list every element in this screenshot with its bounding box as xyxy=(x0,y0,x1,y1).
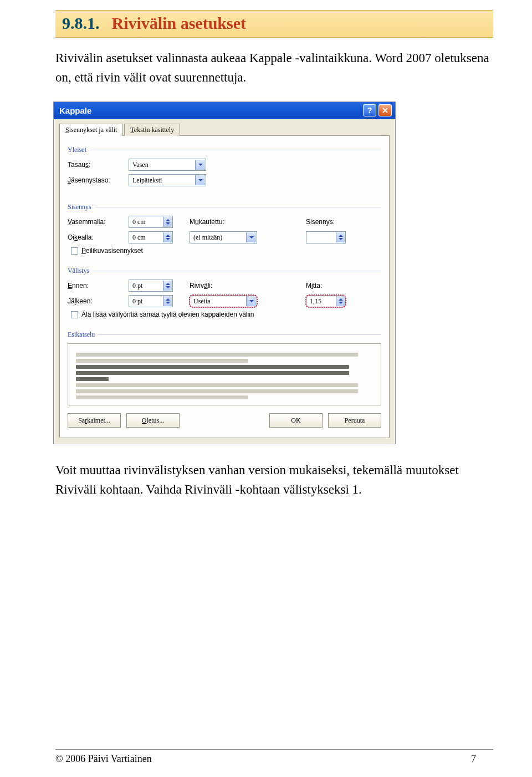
label-sisennys: Sisennys: xyxy=(306,218,378,226)
tab-panel: Yleiset Tasaus: Vasen Jäsennystaso: Leip… xyxy=(59,135,390,438)
checkbox-ala-lisaa[interactable] xyxy=(71,311,78,318)
combo-mukautettu[interactable]: (ei mitään) xyxy=(190,231,257,243)
group-spacing: Välistys xyxy=(68,267,381,275)
label-oikealla: Oikealla: xyxy=(68,233,123,241)
tab-indents-spacing[interactable]: Sisennykset ja välit xyxy=(59,124,123,136)
section-heading: 9.8.1. Rivivälin asetukset xyxy=(55,10,493,38)
spinner-ennen[interactable]: 0 pt xyxy=(129,280,173,292)
chevron-down-icon xyxy=(246,296,256,306)
label-mukautettu: Mukautettu: xyxy=(190,218,306,226)
dialog-titlebar[interactable]: Kappale ? xyxy=(54,102,395,119)
combo-rivivali[interactable]: Useita xyxy=(190,295,257,307)
chevron-down-icon xyxy=(195,175,205,185)
button-oletus[interactable]: Oletus... xyxy=(126,413,180,428)
footer-copyright: © 2006 Päivi Vartiainen xyxy=(55,753,360,765)
label-ala-lisaa: Älä lisää välilyöntiä samaa tyyliä olevi… xyxy=(81,311,254,318)
spinner-oikealla[interactable]: 0 cm xyxy=(129,231,173,243)
label-rivivali: Riviväli: xyxy=(190,282,306,290)
group-preview: Esikatselu xyxy=(68,331,381,339)
group-indent: Sisennys xyxy=(68,203,381,211)
section-number: 9.8.1. xyxy=(62,14,100,32)
page-footer: © 2006 Päivi Vartiainen 7 xyxy=(55,749,493,765)
label-peilikuva: Peilikuvasisennykset xyxy=(81,247,143,255)
button-peruuta[interactable]: Peruuta xyxy=(328,413,381,428)
label-jasennys: Jäsennystaso: xyxy=(68,176,123,184)
help-button[interactable]: ? xyxy=(363,104,376,116)
group-general: Yleiset xyxy=(68,146,381,154)
footer-page-number: 7 xyxy=(471,753,493,765)
combo-tasaus[interactable]: Vasen xyxy=(129,159,206,171)
spinner-jalkeen[interactable]: 0 pt xyxy=(129,295,173,307)
outro-paragraph: Voit muuttaa rivinvälistyksen vanhan ver… xyxy=(55,461,493,499)
close-icon xyxy=(382,108,388,113)
label-tasaus: Tasaus: xyxy=(68,161,123,169)
paragraph-dialog: Kappale ? Sisennykset ja välit Tekstin k… xyxy=(53,101,396,444)
label-ennen: Ennen: xyxy=(68,282,123,290)
close-button[interactable] xyxy=(378,104,392,116)
button-sarkaimet[interactable]: Sarkaimet... xyxy=(68,413,121,428)
chevron-down-icon xyxy=(195,160,205,170)
dialog-title: Kappale xyxy=(59,106,91,115)
tab-text-flow[interactable]: Tekstin käsittely xyxy=(124,124,180,136)
intro-paragraph: Rivivälin asetukset valinnasta aukeaa Ka… xyxy=(55,49,493,87)
spinner-vasemmalla[interactable]: 0 cm xyxy=(129,216,173,228)
spinner-mitta[interactable]: 1,15 xyxy=(306,295,346,307)
checkbox-peilikuva[interactable] xyxy=(71,247,78,255)
combo-jasennys[interactable]: Leipäteksti xyxy=(129,174,206,186)
label-vasemmalla: Vasemmalla: xyxy=(68,218,123,226)
section-title: Rivivälin asetukset xyxy=(112,14,247,32)
chevron-down-icon xyxy=(246,232,256,242)
preview-box xyxy=(68,343,381,405)
spinner-sisennys[interactable] xyxy=(306,231,346,243)
label-jalkeen: Jälkeen: xyxy=(68,297,123,305)
label-mitta: Mitta: xyxy=(306,282,378,290)
button-ok[interactable]: OK xyxy=(269,413,323,428)
